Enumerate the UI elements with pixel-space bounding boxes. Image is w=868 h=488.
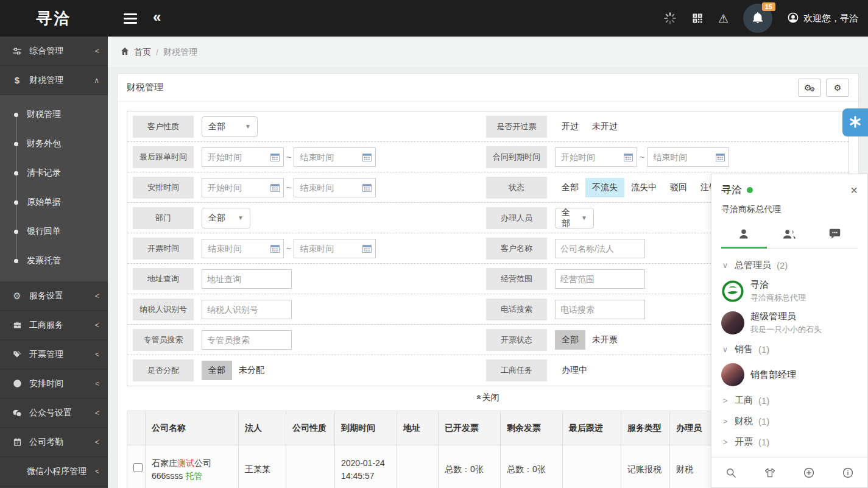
schedule-start-date[interactable] — [202, 178, 284, 197]
department-select[interactable]: 全部▼ — [202, 208, 250, 228]
tab-groups[interactable] — [767, 221, 813, 248]
gear-icon: ⚙ — [11, 291, 23, 302]
toggle-status-rejected[interactable]: 驳回 — [663, 178, 694, 197]
close-icon[interactable]: × — [850, 184, 858, 196]
sliders-icon — [11, 46, 23, 56]
person-icon — [738, 228, 750, 242]
address-search-input[interactable] — [202, 269, 292, 289]
page-title: 财税管理 — [127, 82, 163, 93]
filter-label-business-scope: 经营范围 — [486, 268, 547, 290]
sidebar-item-label: 工商服务 — [29, 320, 63, 331]
filter-label-last-follow-time: 最后跟单时间 — [133, 146, 194, 168]
toggle-invoice-status-none[interactable]: 未开票 — [585, 330, 624, 350]
member-sales-manager[interactable]: 销售部经理 — [721, 359, 858, 390]
collapse-sidebar-icon[interactable]: « — [153, 10, 161, 24]
group-finance[interactable]: > 财税 (1) — [721, 411, 858, 431]
contract-expiry-start-date[interactable] — [555, 147, 637, 167]
filter-label-contract-expiry: 合同到期时间 — [486, 146, 547, 168]
contract-expiry-end-date[interactable] — [647, 147, 729, 167]
sidebar-item-business-services[interactable]: 工商服务 < — [0, 311, 108, 340]
header-company-name: 公司名称 — [146, 411, 239, 445]
cogs-button[interactable]: ⚙⚙ — [798, 79, 821, 97]
submenu-item-outsourcing[interactable]: 财务外包 — [0, 129, 108, 158]
submenu-item-card-records[interactable]: 清卡记录 — [0, 158, 108, 188]
chat-toolbar — [711, 457, 867, 487]
member-xunqia[interactable]: 寻洽 寻洽商标总代理 — [721, 275, 858, 307]
shirt-icon[interactable] — [764, 467, 776, 479]
sidebar-item-schedule[interactable]: 安排时间 < — [0, 369, 108, 398]
toggle-invoice-status-all[interactable]: 全部 — [555, 330, 585, 350]
caret-down-icon: ▼ — [581, 214, 587, 221]
spinner-icon[interactable] — [663, 12, 677, 25]
tab-messages[interactable] — [812, 221, 858, 248]
sidebar-item-miniprogram[interactable]: 微信小程序管理 < — [0, 457, 108, 486]
chevron-right-icon: > — [721, 417, 729, 426]
group-admins[interactable]: ∨ 总管理员 (2) — [721, 255, 858, 275]
customer-nature-select[interactable]: 全部▼ — [202, 116, 258, 137]
sidebar-item-finance-tax[interactable]: $ 财税管理 ∧ — [0, 66, 108, 95]
submenu-item-bank-receipts[interactable]: 银行回单 — [0, 217, 108, 246]
header-company-nature: 公司性质 — [286, 411, 335, 445]
cell-legal-person: 王某某 — [239, 445, 286, 488]
submenu-item-finance-tax[interactable]: 财税管理 — [0, 100, 108, 129]
toggle-invoiced-yes[interactable]: 开过 — [555, 117, 585, 136]
last-follow-start-date[interactable] — [202, 147, 284, 167]
sidebar-item-label: 服务设置 — [29, 291, 63, 302]
qr-code-icon[interactable] — [691, 12, 704, 24]
info-circle-icon[interactable] — [842, 467, 854, 479]
toggle-assigned-all[interactable]: 全部 — [202, 361, 232, 380]
submenu-item-invoice-custody[interactable]: 发票托管 — [0, 246, 108, 275]
user-menu[interactable]: 欢迎您，寻洽 — [787, 12, 858, 26]
invoice-start-date[interactable] — [202, 239, 284, 258]
sidebar-item-official-account[interactable]: 公众号设置 < — [0, 398, 108, 428]
header-invoiced: 已开发票 — [439, 411, 501, 445]
toggle-status-not-lost[interactable]: 不流失 — [585, 178, 624, 197]
phone-search-input[interactable] — [555, 300, 645, 319]
chevron-left-icon: < — [95, 438, 99, 447]
notifications-button[interactable]: 15 — [743, 4, 772, 33]
wechat-icon — [11, 408, 23, 418]
calendar-mini-icon — [270, 183, 280, 192]
app-logo[interactable]: 寻洽 — [0, 8, 108, 29]
plus-circle-icon[interactable] — [803, 467, 815, 479]
toggle-status-losing[interactable]: 流失中 — [624, 178, 663, 197]
customer-name-input[interactable] — [555, 239, 645, 258]
search-icon[interactable] — [725, 467, 737, 479]
invoice-end-date[interactable] — [294, 239, 376, 258]
chevron-right-icon: > — [721, 396, 729, 405]
toggle-status-all[interactable]: 全部 — [555, 178, 585, 197]
taxpayer-id-input[interactable] — [202, 300, 292, 319]
avatar — [721, 280, 744, 303]
group-business[interactable]: > 工商 (1) — [721, 390, 858, 411]
business-scope-input[interactable] — [555, 269, 645, 289]
row-checkbox[interactable] — [133, 463, 143, 472]
schedule-end-date[interactable] — [294, 178, 376, 197]
breadcrumb-home[interactable]: 首页 — [120, 46, 151, 58]
toggle-task-in-progress[interactable]: 办理中 — [555, 361, 594, 380]
sidebar-item-attendance[interactable]: 公司考勤 < — [0, 428, 108, 457]
toggle-assigned-none[interactable]: 未分配 — [232, 361, 271, 380]
breadcrumb-separator: / — [156, 48, 158, 57]
cell-company-name[interactable]: 石家庄测试公司 666ssss 托管 — [146, 445, 239, 488]
submenu-item-original-docs[interactable]: 原始单据 — [0, 188, 108, 217]
alert-icon[interactable]: ⚠ — [718, 13, 729, 24]
group-invoicing[interactable]: > 开票 (1) — [721, 431, 858, 452]
filter-label-handler-staff: 办理人员 — [486, 207, 547, 229]
sidebar-item-service-settings[interactable]: ⚙ 服务设置 < — [0, 281, 108, 311]
hamburger-menu-icon[interactable] — [124, 13, 137, 24]
last-follow-end-date[interactable] — [294, 147, 376, 167]
settings-button[interactable]: ⚙ — [826, 79, 849, 97]
filter-label-business-task: 工商任务 — [486, 359, 547, 381]
supervisor-search-input[interactable] — [202, 330, 292, 350]
tab-contacts[interactable] — [721, 221, 767, 248]
member-super-admin[interactable]: 超级管理员 我是一只小小的石头 — [721, 307, 858, 339]
asterisk-icon — [849, 115, 862, 130]
header-checkbox — [127, 411, 146, 445]
group-sales[interactable]: ∨ 销售 (1) — [721, 339, 858, 359]
filter-label-invoice-status: 开票状态 — [486, 329, 547, 351]
handler-staff-select[interactable]: 全部▼ — [555, 208, 594, 228]
sidebar-item-general[interactable]: 综合管理 < — [0, 37, 108, 66]
toggle-invoiced-no[interactable]: 未开过 — [585, 117, 624, 136]
sidebar-item-invoicing[interactable]: 开票管理 < — [0, 340, 108, 369]
quick-action-button[interactable] — [842, 108, 868, 136]
